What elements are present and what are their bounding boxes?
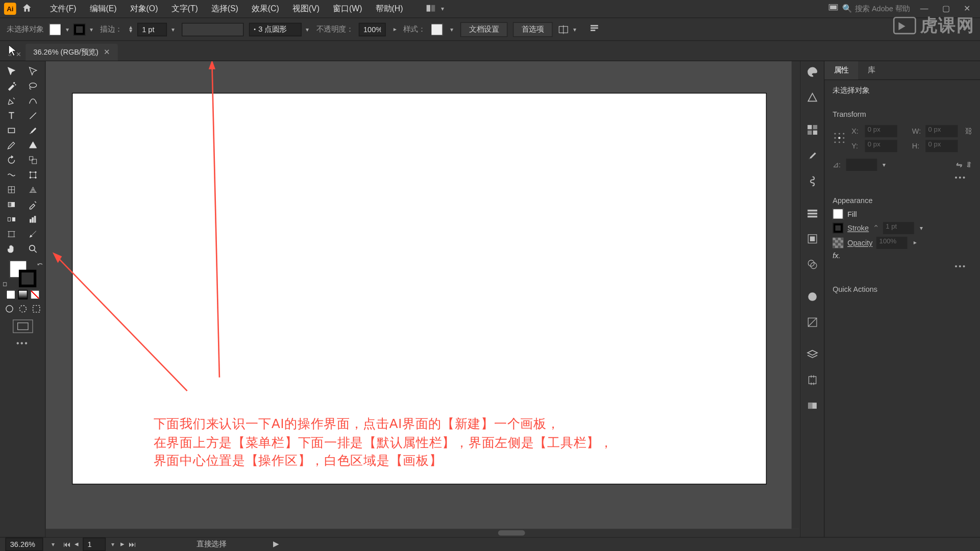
menu-select[interactable]: 选择(S) <box>205 3 245 14</box>
fill-swatch[interactable] <box>49 23 61 35</box>
menu-file[interactable]: 文件(F) <box>43 3 83 14</box>
document-tab-close-icon[interactable]: ✕ <box>104 48 110 57</box>
brushes-panel-icon[interactable] <box>805 148 819 162</box>
status-play-icon[interactable]: ▶ <box>273 540 279 548</box>
link-wh-icon[interactable]: ⛓ <box>965 127 972 135</box>
stroke-color-swatch[interactable] <box>18 270 36 287</box>
menu-type[interactable]: 文字(T) <box>165 3 205 14</box>
tool-eyedropper[interactable] <box>22 197 43 212</box>
stroke-weight-dropdown[interactable]: ▾ <box>169 26 176 33</box>
canvas-area[interactable]: 下面我们来认识一下AI的操作界面，点击AI界面的【新建】一个画板， 在界面上方是… <box>46 61 800 537</box>
tool-width[interactable] <box>2 167 22 182</box>
stroke-panel-icon[interactable] <box>805 207 819 220</box>
appearance-opacity-swatch[interactable] <box>832 238 843 248</box>
arrange-docs-dropdown[interactable]: ▾ <box>439 6 446 12</box>
align-to-dropdown[interactable]: ▾ <box>572 26 578 33</box>
first-artboard-icon[interactable]: ⏮ <box>63 540 71 548</box>
tool-column-graph[interactable] <box>22 212 43 227</box>
align-panel-icon[interactable] <box>805 232 819 245</box>
control-panel-flyout-icon[interactable] <box>589 23 600 35</box>
w-value[interactable]: 0 px <box>925 125 958 137</box>
menu-edit[interactable]: 编辑(E) <box>83 3 124 14</box>
tool-direct-selection[interactable] <box>22 64 43 79</box>
links-panel-icon[interactable] <box>805 399 819 412</box>
home-icon[interactable] <box>21 3 34 15</box>
tool-selection[interactable] <box>2 64 22 79</box>
workspace-switcher-icon[interactable] <box>825 3 842 15</box>
stroke-swatch[interactable] <box>74 23 86 35</box>
brush-definition[interactable]: • 3 点圆形 <box>249 22 302 36</box>
stroke-weight-input[interactable] <box>137 22 167 36</box>
swap-fill-stroke-icon[interactable]: ⤺ <box>37 260 43 268</box>
last-artboard-icon[interactable]: ⏭ <box>129 540 136 548</box>
menu-help[interactable]: 帮助(H) <box>369 3 410 14</box>
tool-artboard[interactable] <box>2 227 22 241</box>
tool-line-segment[interactable] <box>22 108 43 123</box>
variable-width-profile[interactable] <box>182 22 243 36</box>
menu-window[interactable]: 窗口(W) <box>326 3 369 14</box>
tool-zoom[interactable] <box>22 241 43 256</box>
appearance-opacity-arrow[interactable]: ▾ <box>912 239 918 246</box>
menu-object[interactable]: 对象(O) <box>124 3 165 14</box>
tool-mesh[interactable] <box>2 182 22 197</box>
screen-mode-icon[interactable] <box>12 319 33 333</box>
tool-blend[interactable] <box>2 212 22 227</box>
stroke-link[interactable]: Stroke <box>847 224 869 232</box>
minimize-button[interactable]: ― <box>915 3 933 15</box>
tool-shaper[interactable] <box>22 138 43 153</box>
artboard[interactable] <box>72 93 766 484</box>
next-artboard-icon[interactable]: ▸ <box>120 540 125 548</box>
draw-inside-icon[interactable] <box>31 304 41 314</box>
appearance-stroke-dropdown[interactable]: ▾ <box>918 224 924 231</box>
tool-paintbrush[interactable] <box>22 123 43 138</box>
appearance-opacity-value[interactable]: 100% <box>876 237 908 249</box>
pathfinder-panel-icon[interactable] <box>805 258 819 271</box>
arrange-docs-icon[interactable] <box>422 3 439 15</box>
h-value[interactable]: 0 px <box>925 140 958 152</box>
properties-tab[interactable]: 属性 <box>824 61 858 80</box>
libraries-tab[interactable]: 库 <box>858 61 884 80</box>
color-panel-icon[interactable] <box>805 65 819 79</box>
tool-type[interactable] <box>2 108 22 123</box>
align-to-control[interactable]: ▾ <box>558 24 578 35</box>
appearance-stroke-swatch[interactable] <box>832 222 843 233</box>
maximize-button[interactable]: ▢ <box>937 3 954 15</box>
reference-point-icon[interactable] <box>832 131 846 146</box>
graphic-style-dropdown[interactable]: ▾ <box>448 26 455 33</box>
artboard-number-input[interactable] <box>83 537 106 550</box>
tool-magic-wand[interactable] <box>2 79 22 93</box>
x-value[interactable]: 0 px <box>865 125 897 137</box>
flip-horizontal-icon[interactable]: ⇋ <box>956 161 962 169</box>
opacity-input[interactable] <box>359 22 386 36</box>
draw-normal-icon[interactable] <box>4 304 14 314</box>
fill-dropdown[interactable]: ▾ <box>64 26 70 33</box>
prev-artboard-icon[interactable]: ◂ <box>75 540 79 548</box>
tool-pen[interactable] <box>2 93 22 108</box>
angle-dropdown[interactable]: ▾ <box>881 161 888 168</box>
horizontal-scrollbar[interactable] <box>46 529 800 537</box>
layers-panel-icon[interactable] <box>805 348 819 361</box>
symbols-panel-icon[interactable] <box>805 174 819 188</box>
angle-value[interactable] <box>846 159 877 171</box>
tool-hand[interactable] <box>2 241 22 256</box>
tab-close-all-icon[interactable]: ✕ <box>16 51 21 58</box>
tool-curvature[interactable] <box>22 93 43 108</box>
menu-effect[interactable]: 效果(C) <box>245 3 286 14</box>
tool-slice[interactable] <box>22 227 43 241</box>
default-fill-stroke-icon[interactable]: ◻ <box>3 281 7 287</box>
gradient-mode-icon[interactable] <box>18 290 27 299</box>
menu-view[interactable]: 视图(V) <box>286 3 326 14</box>
document-setup-button[interactable]: 文档设置 <box>460 22 507 37</box>
appearance-fill-swatch[interactable] <box>832 209 843 219</box>
horizontal-scroll-thumb[interactable] <box>498 530 525 536</box>
help-search[interactable]: 🔍 搜索 Adobe 帮助 <box>842 4 910 14</box>
opacity-arrow-icon[interactable]: ▾ <box>391 26 398 33</box>
tool-lasso[interactable] <box>22 79 43 93</box>
appearance-stroke-weight[interactable]: 1 pt <box>883 222 914 234</box>
tab-nav-prev-icon[interactable]: « <box>8 51 12 58</box>
opacity-link[interactable]: Opacity <box>847 239 872 247</box>
tool-free-transform[interactable] <box>22 167 43 182</box>
preferences-button[interactable]: 首选项 <box>513 22 553 37</box>
zoom-input[interactable] <box>6 537 43 550</box>
tool-gradient[interactable] <box>2 197 22 212</box>
